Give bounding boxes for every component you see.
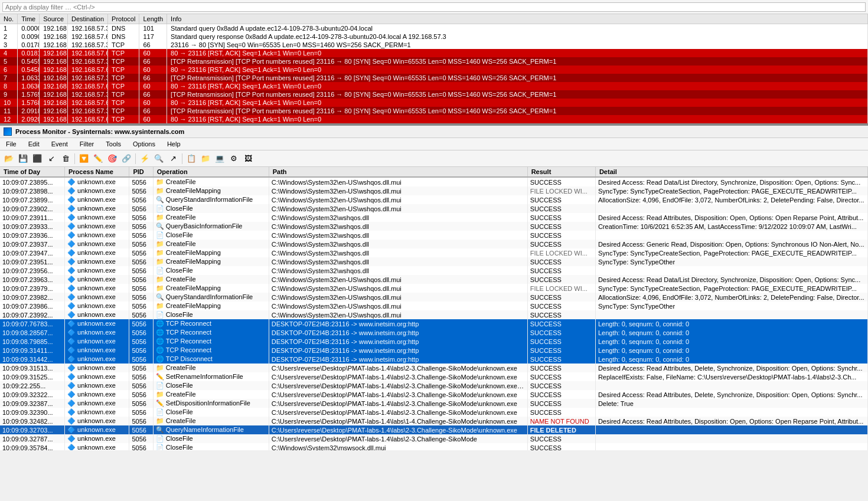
pm-cell: 10:09:07.23992... [0, 310, 64, 319]
ws-row[interactable]: 91.576567192.168.57.6192.168.57.3TCP66[T… [0, 90, 868, 99]
ws-row[interactable]: 71.063391192.168.57.6192.168.57.3TCP66[T… [0, 74, 868, 82]
find-button[interactable]: 🔍 [152, 152, 165, 165]
pm-row[interactable]: 10:09:07.23895...🔷 unknown.exe5056📁 Crea… [0, 177, 868, 186]
ws-row[interactable]: 10.000000192.168.57.6192.168.57.3DNS101S… [0, 24, 868, 33]
pm-row[interactable]: 10:09:07.23899...🔷 unknown.exe5056🔍 Quer… [0, 195, 868, 204]
pm-cell: 10:09:07.23963... [0, 275, 64, 284]
pm-cell: 10:09:07.23895... [0, 177, 64, 186]
pm-row[interactable]: 10:09:07.23992...🔷 unknown.exe5056📄 Clos… [0, 310, 868, 319]
pm-row[interactable]: 10:09:07.23956...🔷 unknown.exe5056📄 Clos… [0, 266, 868, 275]
pm-cell: 10:09:07.23982... [0, 293, 64, 302]
regmon-button[interactable]: 📋 [185, 152, 198, 165]
pm-row[interactable]: 10:09:09.35784...🔷 unknown.exe5056📄 Clos… [0, 443, 868, 450]
pm-row[interactable]: 10:09:07.23947...🔷 unknown.exe5056📁 Crea… [0, 248, 868, 257]
pm-row[interactable]: 10:09:07.23902...🔷 unknown.exe5056📄 Clos… [0, 204, 868, 213]
pm-row[interactable]: 10:09:07.23911...🔷 unknown.exe5056📁 Crea… [0, 213, 868, 222]
pm-row[interactable]: 10:09:09.31525...🔷 unknown.exe5056✏️ Set… [0, 372, 868, 381]
pm-row[interactable]: 10:09:09.32703...🔷 unknown.exe5056🔍 Quer… [0, 425, 868, 434]
menu-help[interactable]: Help [165, 139, 183, 149]
pm-cell: Desired Access: Read Attributes, Disposi… [595, 417, 867, 425]
ws-row[interactable]: 50.545554192.168.57.6192.168.57.3TCP66[T… [0, 57, 868, 66]
procmon-button[interactable]: 💻 [213, 152, 226, 165]
network-button[interactable]: 🔗 [120, 152, 133, 165]
pm-row[interactable]: 10:09:09.31513...🔷 unknown.exe5056📁 Crea… [0, 364, 868, 372]
pm-cell: 🔷 unknown.exe [64, 399, 129, 408]
pm-table-wrapper[interactable]: Time of Day Process Name PID Operation P… [0, 167, 868, 450]
filter-input[interactable] [2, 2, 866, 12]
menu-tools[interactable]: Tools [103, 139, 123, 149]
menu-edit[interactable]: Edit [26, 139, 42, 149]
settings-button[interactable]: ⚙ [227, 152, 240, 165]
pm-row[interactable]: 10:09:07.23937...🔷 unknown.exe5056📁 Crea… [0, 240, 868, 248]
pm-cell: 10:09:07.23947... [0, 248, 64, 257]
ws-row[interactable]: 122.092071192.168.57.3192.168.57.6TCP608… [0, 115, 868, 123]
pm-row[interactable]: 10:09:08.28567...🔷 unknown.exe5056🌐 TCP … [0, 328, 868, 337]
pm-row[interactable]: 10:09:09.32482...🔷 unknown.exe5056📁 Crea… [0, 417, 868, 425]
pm-cell: C:\Users\reverse\Desktop\PMAT-labs-1.4\l… [269, 364, 527, 372]
pm-row[interactable]: 10:09:09.32787...🔷 unknown.exe5056📄 Clos… [0, 434, 868, 443]
pm-cell: 5056 [129, 177, 153, 186]
screenshot-button[interactable]: 🖼 [242, 152, 254, 165]
ws-row[interactable]: 30.017841192.168.57.6192.168.57.3TCP6623… [0, 41, 868, 49]
pm-col-detail: Detail [595, 167, 867, 177]
filter-bar[interactable] [0, 0, 868, 14]
pm-row[interactable]: 10:09:09.31442...🔷 unknown.exe5056🌐 TCP … [0, 355, 868, 364]
pm-row[interactable]: 10:09:09.31411...🔷 unknown.exe5056🌐 TCP … [0, 346, 868, 355]
pm-cell: 5056 [129, 204, 153, 213]
menu-file[interactable]: File [4, 139, 19, 149]
ws-cell: 192.168.57.3 [40, 82, 68, 90]
ws-cell: 66 [139, 41, 167, 49]
pm-cell: 5056 [129, 213, 153, 222]
pm-cell: 5056 [129, 408, 153, 417]
pm-row[interactable]: 10:09:08.79885...🔷 unknown.exe5056🌐 TCP … [0, 337, 868, 346]
ws-row[interactable]: 101.576854192.168.57.3192.168.57.6TCP608… [0, 99, 868, 107]
pm-cell: 5056 [129, 266, 153, 275]
pm-row[interactable]: 10:09:07.23951...🔷 unknown.exe5056📁 Crea… [0, 257, 868, 266]
menu-options[interactable]: Options [130, 139, 158, 149]
ws-row[interactable]: 40.018119192.168.57.3192.168.57.6TCP6080… [0, 49, 868, 57]
pm-row[interactable]: 10:09:07.23986...🔷 unknown.exe5056📁 Crea… [0, 302, 868, 310]
pm-row[interactable]: 10:09:07.23898...🔷 unknown.exe5056📁 Crea… [0, 186, 868, 195]
pm-cell: 📄 CloseFile [153, 310, 269, 319]
pm-cell: FILE LOCKED WI... [527, 284, 595, 293]
save-button[interactable]: 💾 [17, 152, 30, 165]
pm-row[interactable]: 10:09:07.23933...🔷 unknown.exe5056🔍 Quer… [0, 222, 868, 231]
filemon-button[interactable]: 📁 [199, 152, 212, 165]
pm-cell: 📁 CreateFile [153, 417, 269, 425]
pm-row[interactable]: 10:09:22.255...🔷 unknown.exe5056📄 CloseF… [0, 381, 868, 390]
enable-button[interactable]: ⚡ [138, 152, 151, 165]
ws-cell: 3 [0, 41, 18, 49]
pm-cell: 🔷 unknown.exe [64, 434, 129, 443]
pm-row[interactable]: 10:09:07.23963...🔷 unknown.exe5056📁 Crea… [0, 275, 868, 284]
target-button[interactable]: 🎯 [106, 152, 119, 165]
autoscroll-button[interactable]: ↙ [45, 152, 58, 165]
pm-cell: 🔷 unknown.exe [64, 240, 129, 248]
pm-cell: 10:09:09.31513... [0, 364, 64, 372]
ws-row[interactable]: 112.091830192.168.57.6192.168.57.3TCP66[… [0, 107, 868, 115]
ws-row[interactable]: 20.009056192.168.57.3192.168.57.6DNS117S… [0, 32, 868, 41]
highlight-button[interactable]: ✏️ [92, 152, 105, 165]
clear-button[interactable]: 🗑 [59, 152, 72, 165]
select-button[interactable]: ⬛ [31, 152, 44, 165]
ws-row[interactable]: 60.545884192.168.57.3192.168.57.6TCP6080… [0, 66, 868, 74]
jump-button[interactable]: ↗ [167, 152, 180, 165]
pm-cell: 🔷 unknown.exe [64, 204, 129, 213]
ws-cell: 192.168.57.6 [40, 107, 68, 115]
pm-cell: C:\Windows\System32\wshqos.dll [269, 248, 527, 257]
filter-button[interactable]: 🔽 [77, 152, 90, 165]
pm-cell: 🔷 unknown.exe [64, 364, 129, 372]
pm-row[interactable]: 10:09:07.23979...🔷 unknown.exe5056📁 Crea… [0, 284, 868, 293]
pm-row[interactable]: 10:09:07.23982...🔷 unknown.exe5056🔍 Quer… [0, 293, 868, 302]
ws-cell: 1.576854 [18, 99, 40, 107]
menu-event[interactable]: Event [49, 139, 70, 149]
pm-cell: 10:09:07.23979... [0, 284, 64, 293]
pm-row[interactable]: 10:09:07.76783...🔷 unknown.exe5056🌐 TCP … [0, 319, 868, 328]
open-button[interactable]: 📂 [2, 152, 15, 165]
ws-row[interactable]: 81.063622192.168.57.3192.168.57.6TCP6080… [0, 82, 868, 90]
ws-cell: 80 → 23116 [RST, ACK] Seq=1 Ack=1 Win=0 … [167, 82, 868, 90]
menu-filter[interactable]: Filter [77, 139, 96, 149]
pm-row[interactable]: 10:09:09.32390...🔷 unknown.exe5056📄 Clos… [0, 408, 868, 417]
pm-row[interactable]: 10:09:09.32322...🔷 unknown.exe5056📁 Crea… [0, 390, 868, 399]
pm-row[interactable]: 10:09:09.32387...🔷 unknown.exe5056✏️ Set… [0, 399, 868, 408]
pm-row[interactable]: 10:09:07.23936...🔷 unknown.exe5056📄 Clos… [0, 231, 868, 240]
